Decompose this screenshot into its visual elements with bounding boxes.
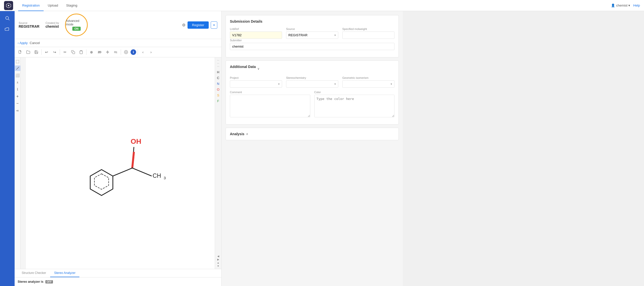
select-tool[interactable]: ⬚ xyxy=(15,58,20,64)
svg-point-1 xyxy=(8,5,9,6)
svg-text:CH: CH xyxy=(153,172,161,179)
bottom-tabs: Structure Checker Stereo Analyzer Stereo… xyxy=(15,269,221,286)
chevron-down-icon: ▾ xyxy=(628,4,630,7)
stereo-analyzer-label: Stereo analyzer is xyxy=(18,280,43,283)
source-group: Source REGISTRAR EXTERNAL VENDOR xyxy=(286,27,338,39)
source-value: REGISTRAR xyxy=(19,24,39,28)
color-textarea[interactable] xyxy=(314,95,395,117)
2d-button[interactable]: 2D xyxy=(96,49,103,56)
sidebar-folder[interactable] xyxy=(3,25,12,34)
analysis-title-row[interactable]: Analysis ∧ xyxy=(230,132,394,136)
zoom-in-tool[interactable]: + xyxy=(15,94,20,99)
additional-fields-row2: Comment Color xyxy=(230,91,394,117)
atom-F[interactable]: F xyxy=(216,99,221,103)
project-select[interactable] xyxy=(230,80,282,88)
undo-button[interactable]: ↩ xyxy=(43,49,50,56)
specified-mw-label: Specified molweight xyxy=(342,27,394,30)
atom-prev[interactable]: ◀ xyxy=(217,255,219,258)
help-link[interactable]: Help xyxy=(633,4,640,7)
sgroup-tool[interactable]: ▪n xyxy=(15,108,20,113)
stereochemistry-select[interactable] xyxy=(286,80,338,88)
nav-tab-staging[interactable]: Staging xyxy=(62,0,81,11)
source-select-wrapper: REGISTRAR EXTERNAL VENDOR xyxy=(286,31,338,39)
submitter-input[interactable] xyxy=(230,43,394,50)
hcount-button[interactable]: H± xyxy=(112,49,119,56)
stereo-off-badge[interactable]: OFF xyxy=(45,280,53,283)
project-select-wrapper xyxy=(230,80,282,88)
advanced-mode-circle: Advanced mode ON xyxy=(65,14,88,36)
save-button[interactable] xyxy=(33,49,40,56)
next-page-button[interactable]: › xyxy=(147,49,155,56)
stereochemistry-label: Stereochemistry xyxy=(286,76,338,79)
charge-tool[interactable]: ± xyxy=(15,80,20,85)
advanced-mode-badge[interactable]: Advanced mode ON xyxy=(65,14,88,36)
nav-tab-upload[interactable]: Upload xyxy=(44,0,62,11)
atom-S[interactable]: S xyxy=(216,93,221,98)
scroll-up[interactable]: ▲ xyxy=(217,261,220,264)
gear-button[interactable]: ⚙ xyxy=(182,23,186,27)
project-group: Project xyxy=(230,76,282,88)
lnbref-label: LnbRef xyxy=(230,27,282,30)
additional-title-row[interactable]: Additional Data ∨ xyxy=(230,65,394,73)
cut-button[interactable]: ✂ xyxy=(62,49,69,56)
bond-tool[interactable] xyxy=(15,65,20,71)
atom-H[interactable]: H xyxy=(216,70,221,75)
zoom-out-tool[interactable]: − xyxy=(15,101,20,106)
redo-button[interactable]: ↪ xyxy=(51,49,58,56)
open-button[interactable] xyxy=(25,49,32,56)
svg-rect-6 xyxy=(80,50,82,51)
specified-mw-input[interactable] xyxy=(342,31,394,39)
nav-right: 👤 chemist ▾ Help xyxy=(611,4,640,7)
created-info: Created by chemist xyxy=(45,21,59,28)
chain-tool[interactable]: ⌇ xyxy=(15,87,20,92)
comment-textarea[interactable] xyxy=(230,95,310,117)
paste-button[interactable] xyxy=(78,49,85,56)
register-button[interactable]: Register xyxy=(188,21,209,29)
molecule-canvas[interactable]: CH 3 OH xyxy=(21,57,215,269)
svg-line-11 xyxy=(113,168,132,176)
lnbref-input[interactable] xyxy=(230,31,282,39)
analysis-card: Analysis ∧ xyxy=(226,128,399,140)
svg-line-18 xyxy=(132,152,134,168)
nav-tabs: Registration Upload Staging xyxy=(18,0,81,11)
copy-button[interactable] xyxy=(70,49,77,56)
atom-N[interactable]: N xyxy=(216,81,221,86)
svg-rect-5 xyxy=(73,52,75,54)
top-nav: Registration Upload Staging 👤 chemist ▾ … xyxy=(0,0,644,11)
header-actions: ⚙ Register ≡ xyxy=(182,21,217,29)
svg-text:3: 3 xyxy=(164,176,166,180)
additional-fields-row1: Project Stereochemistry xyxy=(230,76,394,88)
scroll-down[interactable]: ▼ xyxy=(217,265,220,267)
submission-details-card: Submission Details LnbRef Source REGISTR… xyxy=(226,15,399,57)
settings-button[interactable] xyxy=(122,49,130,56)
main-layout: Source REGISTRAR Created by chemist Adva… xyxy=(0,11,644,286)
svg-text:OH: OH xyxy=(131,137,141,145)
template-button[interactable]: ✢ xyxy=(104,49,111,56)
left-sidebar xyxy=(0,11,15,286)
cancel-button[interactable]: Cancel xyxy=(30,41,40,45)
source-label: Source xyxy=(19,21,39,24)
apply-button[interactable]: ‹ Apply xyxy=(18,41,28,45)
submission-title: Submission Details xyxy=(230,19,394,23)
source-select[interactable]: REGISTRAR EXTERNAL VENDOR xyxy=(286,31,338,39)
new-doc-button[interactable] xyxy=(17,49,24,56)
atom-C[interactable]: C xyxy=(216,76,221,80)
created-by-value: chemist xyxy=(45,24,59,28)
tab-stereo-analyzer[interactable]: Stereo Analyzer xyxy=(50,269,80,277)
zoom-button[interactable]: ⊕ xyxy=(88,49,95,56)
dots-icon: ········· xyxy=(217,59,219,68)
atom-next[interactable]: ▶ xyxy=(217,258,219,261)
geometric-isomerism-select[interactable] xyxy=(342,80,394,88)
nav-tab-registration[interactable]: Registration xyxy=(18,0,44,11)
additional-content: Project Stereochemistry xyxy=(230,76,394,117)
tab-structure-checker[interactable]: Structure Checker xyxy=(18,269,50,277)
atom-O[interactable]: O xyxy=(216,87,221,92)
geometric-isomerism-label: Geometric isomerism xyxy=(342,76,394,79)
list-button[interactable]: ≡ xyxy=(211,21,217,29)
prev-page-button[interactable]: ‹ xyxy=(139,49,146,56)
advanced-mode-on[interactable]: ON xyxy=(72,27,81,31)
info-button[interactable]: ℹ xyxy=(131,49,136,55)
eraser-tool[interactable]: ⬜ xyxy=(15,73,20,78)
sidebar-search[interactable] xyxy=(3,14,12,23)
analysis-title: Analysis xyxy=(230,132,244,136)
